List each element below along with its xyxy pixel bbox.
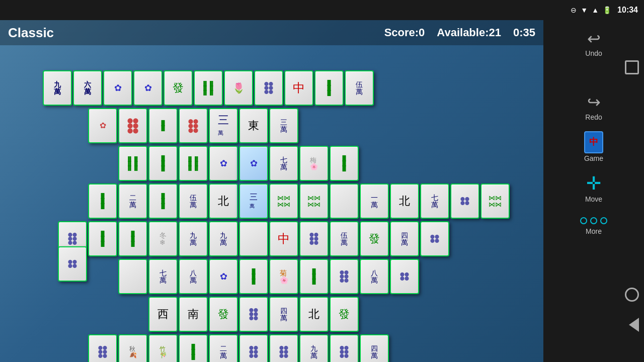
tile[interactable]: ⬤⬤⬤⬤⬤⬤ xyxy=(254,70,283,106)
tile[interactable]: 菊🌸 xyxy=(269,259,298,294)
tile[interactable]: 北 xyxy=(390,184,419,219)
battery-icon: 🔋 xyxy=(603,6,611,14)
android-home-button[interactable] xyxy=(625,288,639,302)
redo-icon: ↪ xyxy=(587,93,601,112)
tile[interactable]: 竹🎋 xyxy=(148,334,178,362)
tile[interactable]: ⬤⬤⬤⬤⬤⬤ xyxy=(118,108,147,143)
tile[interactable]: 六萬 xyxy=(73,70,102,106)
tile[interactable]: 冬❄ xyxy=(148,221,178,256)
android-recent-button[interactable] xyxy=(625,60,639,74)
tile[interactable]: ▐▌▐▌▐▌▐▌▐▌▐▌ xyxy=(179,146,208,181)
tile[interactable]: 發 xyxy=(209,297,238,332)
tile[interactable]: ▐▌▐▌▐▌ xyxy=(88,184,117,219)
tile[interactable]: ⬤⬤⬤⬤⬤⬤ xyxy=(299,221,329,256)
tile[interactable]: 一萬 xyxy=(360,184,389,219)
more-label: More xyxy=(586,227,602,235)
score-area: Score:0 Available:21 0:35 xyxy=(384,26,535,39)
tile[interactable]: ▐▌▐▌▐▌ xyxy=(239,259,268,294)
tile[interactable]: 三萬 xyxy=(239,184,268,219)
tile[interactable]: ▐▌▐▌▐▌ xyxy=(148,146,178,181)
tile[interactable]: 九萬 xyxy=(209,221,238,256)
tile[interactable]: ▐▌▐▌▐▌▐▌▐▌▐▌ xyxy=(194,70,223,106)
tile[interactable]: 伍萬 xyxy=(179,184,208,219)
tile[interactable]: ▐▌▐▌▐▌ xyxy=(299,259,329,294)
tile[interactable]: ⬤⬤⬤⬤ xyxy=(390,259,419,294)
tile[interactable]: 四萬 xyxy=(269,297,298,332)
tile[interactable]: 八萬 xyxy=(360,259,389,294)
signal-icon: ▲ xyxy=(592,6,599,14)
tile[interactable]: 二萬 xyxy=(118,184,147,219)
tile[interactable]: ⬤⬤⬤⬤⬤⬤ xyxy=(269,334,298,362)
tile[interactable]: ⬤⬤⬤⬤⬤⬤ xyxy=(239,297,268,332)
game-area: 九萬 六萬 ✿ ✿ 發 ▐▌▐▌▐▌▐▌▐▌▐▌ 🌷 ⬤⬤⬤⬤⬤⬤ 中 ▐▌▐▌… xyxy=(0,20,543,362)
tile[interactable]: ✿ xyxy=(88,108,117,143)
tile[interactable]: ▐▌▐▌▐▌ xyxy=(330,146,359,181)
game-button[interactable]: 中 Game xyxy=(548,127,639,166)
tile[interactable]: ▐▌▐▌▐▌ xyxy=(148,184,178,219)
tile[interactable]: ⬤⬤⬤⬤⬤⬤ xyxy=(88,334,117,362)
tile[interactable] xyxy=(239,221,268,256)
tile[interactable]: 三萬 xyxy=(209,108,238,143)
tile[interactable]: 三萬 xyxy=(269,108,298,143)
tile[interactable]: ▐▌▐▌▐▌ xyxy=(179,334,208,362)
tile[interactable]: 東 xyxy=(239,108,268,143)
tile[interactable]: ⋈⋈⋈⋈ xyxy=(480,184,510,219)
tile[interactable] xyxy=(330,184,359,219)
tile[interactable]: 九萬 xyxy=(43,70,72,106)
android-back-button[interactable] xyxy=(629,318,639,332)
tile[interactable]: 北 xyxy=(299,297,329,332)
tile[interactable]: ⬤⬤⬤⬤ xyxy=(450,184,479,219)
game-icon: 中 xyxy=(584,131,603,153)
undo-button[interactable]: ↩ Undo xyxy=(548,25,639,61)
tile[interactable]: 四萬 xyxy=(390,221,419,256)
tile[interactable]: 七萬 xyxy=(269,146,298,181)
tile[interactable]: 七萬 xyxy=(420,184,449,219)
tile[interactable]: ✿ xyxy=(209,146,238,181)
tile[interactable]: ✿ xyxy=(133,70,163,106)
tile[interactable]: ⋈⋈⋈⋈ xyxy=(299,184,329,219)
tile[interactable]: 八萬 xyxy=(179,259,208,294)
tile[interactable]: ▐▌▐▌▐▌ xyxy=(88,221,117,256)
tile[interactable]: 秋🍂 xyxy=(118,334,147,362)
tile[interactable]: ⋈⋈⋈⋈ xyxy=(269,184,298,219)
tile[interactable]: 🌷 xyxy=(224,70,253,106)
tile[interactable]: 中 xyxy=(284,70,313,106)
tile[interactable]: 南 xyxy=(179,297,208,332)
tile[interactable]: ▐▌▐▌▐▌▐▌▐▌▐▌ xyxy=(118,146,147,181)
tile[interactable]: 九萬 xyxy=(299,334,329,362)
available-display: Available:21 xyxy=(437,26,501,39)
move-button[interactable]: ✛ Move xyxy=(548,168,639,207)
tile[interactable]: 梅🌸 xyxy=(299,146,329,181)
tile[interactable]: ⬤⬤⬤⬤⬤⬤ xyxy=(330,259,359,294)
tile[interactable]: 伍萬 xyxy=(345,70,374,106)
move-icon: ✛ xyxy=(586,172,601,194)
redo-button[interactable]: ↪ Redo xyxy=(548,88,639,125)
tile[interactable]: ⬤⬤⬤⬤⬤⬤ xyxy=(239,334,268,362)
tile[interactable] xyxy=(118,259,147,294)
tile[interactable]: ▐▌▐▌▐▌ xyxy=(314,70,344,106)
tile[interactable]: ▐▌▐▌ xyxy=(148,108,178,143)
tile[interactable]: 西 xyxy=(148,297,178,332)
tile[interactable]: 北 xyxy=(209,184,238,219)
tile[interactable]: ✿ xyxy=(209,259,238,294)
tile[interactable]: ✿ xyxy=(239,146,268,181)
tile[interactable]: 發 xyxy=(360,221,389,256)
tile[interactable]: ⬤⬤⬤⬤⬤⬤ xyxy=(179,108,208,143)
tile[interactable]: ⬤⬤⬤⬤⬤⬤ xyxy=(330,334,359,362)
tile[interactable]: 伍萬 xyxy=(330,221,359,256)
tile[interactable]: ⬤⬤⬤⬤ xyxy=(58,246,87,282)
tile[interactable]: ✿ xyxy=(103,70,132,106)
tile[interactable]: 發 xyxy=(330,297,359,332)
more-button[interactable]: More xyxy=(548,213,639,239)
header-bar: Classic Score:0 Available:21 0:35 xyxy=(0,20,543,45)
tile[interactable]: 四萬 xyxy=(360,334,389,362)
tile[interactable]: 中 xyxy=(269,221,298,256)
tile[interactable]: 二萬 xyxy=(209,334,238,362)
tile[interactable]: ▐▌▐▌▐▌ xyxy=(118,221,147,256)
notification-icon: ⊖ xyxy=(571,6,577,14)
tile[interactable]: 九萬 xyxy=(179,221,208,256)
timer-display: 0:35 xyxy=(513,26,535,39)
tile[interactable]: 七萬 xyxy=(148,259,178,294)
tile[interactable]: ⬤⬤⬤⬤ xyxy=(420,221,449,256)
tile[interactable]: 發 xyxy=(164,70,193,106)
